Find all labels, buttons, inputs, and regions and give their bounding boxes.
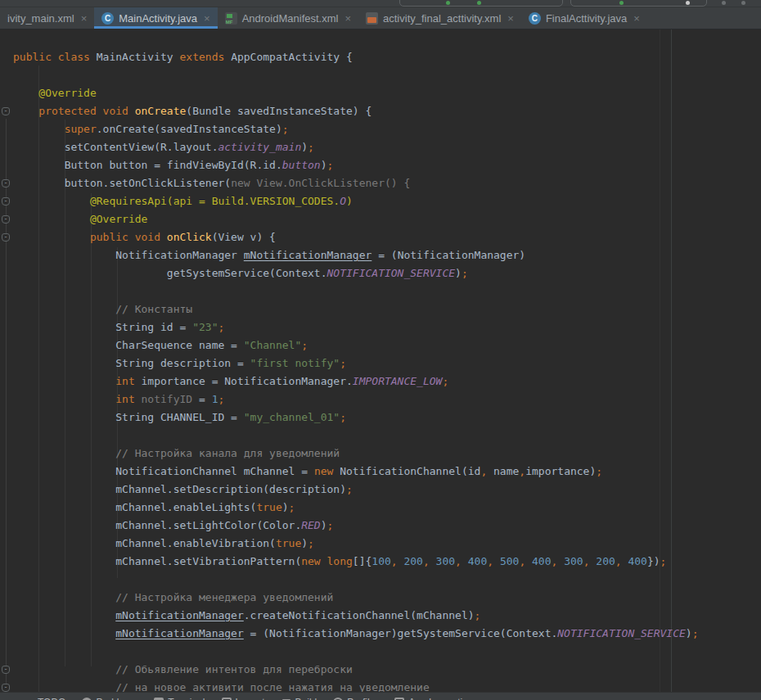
debug-icon[interactable] [477,1,481,5]
close-icon[interactable]: × [81,13,88,24]
close-icon[interactable]: × [507,13,514,24]
run-config-button-fragment[interactable] [399,0,563,7]
tool-window-label: Logcat [236,697,265,700]
code-token: 400 [628,555,646,567]
code-token: "Channel" [244,339,301,351]
code-token: Button button = findViewById(R.id. [65,159,282,171]
code-token: ; [660,555,667,567]
code-token: NOTIFICATION_SERVICE [327,267,456,279]
tool-window-button-problems[interactable]: Problems [82,697,137,700]
code-area[interactable]: public class MainActivity extends AppCom… [13,48,761,697]
toolbar-dot-icon [722,1,726,5]
close-icon[interactable]: × [633,13,640,24]
close-icon[interactable]: × [344,13,351,24]
code-token: , [519,555,532,567]
tool-window-button-profiler[interactable]: Profiler [333,697,378,700]
fold-marker-icon[interactable]: - [2,197,10,205]
code-line: int importance = NotificationManager.IMP… [13,373,761,391]
code-line [13,571,761,589]
code-token: // Настройка менеджера уведомлений [115,591,333,603]
code-line: mChannel.setDescription(description); [13,481,761,499]
fold-marker-icon[interactable]: - [2,107,10,115]
code-token: ) [346,195,353,207]
code-token: ; [282,123,289,135]
code-token: , [480,465,493,477]
close-icon[interactable]: × [204,13,210,24]
code-token: mNotificationManager [115,609,244,621]
tab-activity_final_acttivity.xml[interactable]: activity_final_acttivity.xml× [358,7,521,29]
fold-marker-icon[interactable]: - [2,179,10,187]
code-token: ) [301,537,308,549]
code-token: public class [13,51,97,63]
code-token: .createNotificationChannel(mChannel) [244,609,475,621]
code-token: 400 [532,555,551,567]
code-token: @Override [90,213,147,225]
code-line: mNotificationManager = (NotificationMana… [13,625,761,643]
code-token: new long [301,555,353,567]
code-token: ; [475,609,481,621]
run-icon[interactable] [446,1,450,5]
code-token: .onCreate(savedInstanceState) [97,123,282,135]
code-token: new [314,465,340,477]
code-token: true [256,501,281,513]
code-token: = (NotificationManager)getSystemService(… [244,627,558,639]
class-icon: C [529,12,541,25]
fold-marker-icon[interactable]: - [2,684,10,692]
code-line: setContentView(R.layout.activity_main); [13,138,761,156]
code-token: button [282,159,321,171]
code-token: ) [686,627,692,639]
code-line [13,66,761,84]
code-token: String id = [115,321,192,333]
fold-marker-icon[interactable]: - [2,233,10,242]
code-token: importance = NotificationManager. [142,375,353,387]
code-token: , [583,555,597,567]
code-line: button.setOnClickListener(new View.OnCli… [13,174,761,192]
code-token: activity_main [218,141,301,153]
code-token: "23" [192,321,218,333]
code-token: // Настройка канала для уведомлений [115,447,340,459]
code-line: // Настройка менеджера уведомлений [13,589,761,607]
tab-ivity_main.xml[interactable]: ivity_main.xml× [0,7,94,29]
code-token: RED [301,519,320,531]
manifest-icon [225,12,237,25]
code-token: 200 [403,555,422,567]
code-token: NotificationManager [115,249,244,261]
tool-window-button-logcat[interactable]: Logcat [222,697,265,700]
code-token: mChannel.setVibrationPattern( [115,555,301,567]
code-token: ; [301,339,308,351]
tool-window-button-app-inspection[interactable]: App Inspection [394,697,473,700]
code-token: mChannel.enableVibration( [115,537,276,549]
code-editor[interactable]: public class MainActivity extends AppCom… [0,29,761,700]
tab-MainActivity.java[interactable]: CMainActivity.java× [94,7,217,29]
code-token: O [340,195,346,207]
tab-label: activity_final_acttivity.xml [383,12,501,25]
tab-AndroidManifest.xml[interactable]: AndroidManifest.xml× [218,7,358,29]
tab-FinalActtivity.java[interactable]: CFinalActtivity.java× [521,7,647,29]
code-line [13,282,761,300]
code-token: ; [308,537,314,549]
code-token: @RequiresApi(api = Build.VERSION_CODES. [90,195,340,207]
tool-window-button-terminal[interactable]: Terminal [154,697,205,700]
code-token: "first notify" [250,357,340,369]
tool-window-button-todo[interactable]: TODO [25,697,65,700]
code-token: 300 [436,555,455,567]
code-token: mChannel.enableLights( [115,501,256,513]
fold-marker-icon[interactable]: - [2,666,10,674]
code-token: , [519,465,525,477]
code-line: // Константы [13,300,761,318]
tool-window-button-build[interactable]: Build [281,697,317,700]
class-icon: C [101,12,114,25]
code-token: CharSequence name = [115,339,244,351]
code-line [13,643,761,661]
android-studio-window: ivity_main.xml×CMainActivity.java×Androi… [0,0,761,700]
editor-tab-bar: ivity_main.xml×CMainActivity.java×Androi… [0,7,761,29]
code-token: ; [218,321,224,333]
code-token: , [615,555,628,567]
code-token: mChannel.setDescription(description) [115,483,346,495]
fold-marker-icon[interactable]: - [2,215,10,224]
code-line: String id = "23"; [13,318,761,336]
code-token: new View.OnClickListener() { [231,177,410,189]
code-token: ; [442,375,448,387]
code-token: ) [321,519,327,531]
code-line: getSystemService(Context.NOTIFICATION_SE… [13,264,761,282]
